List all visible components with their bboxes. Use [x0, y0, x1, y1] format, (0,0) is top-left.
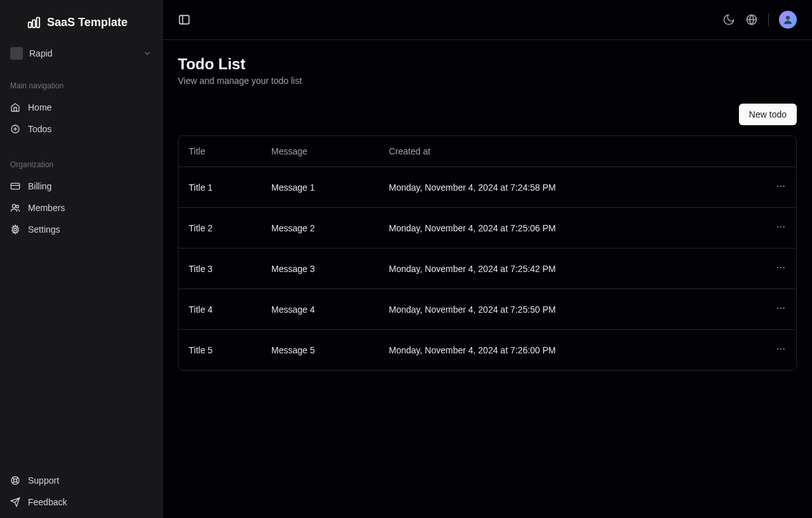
sidebar-item-label: Home: [28, 102, 51, 112]
table-row: Title 1 Message 1 Monday, November 4, 20…: [179, 167, 796, 208]
cell-actions: [758, 208, 796, 249]
sidebar-item-home[interactable]: Home: [0, 97, 162, 118]
nav-section-main: Main navigation Home Todos: [0, 66, 162, 145]
svg-point-27: [783, 226, 785, 228]
more-icon[interactable]: [776, 303, 786, 313]
column-header-actions: [758, 136, 796, 167]
more-icon[interactable]: [776, 222, 786, 232]
column-header-title: Title: [179, 136, 261, 167]
table-row: Title 2 Message 2 Monday, November 4, 20…: [179, 208, 796, 249]
cell-actions: [758, 249, 796, 289]
workspace-avatar: [10, 47, 23, 60]
svg-rect-0: [29, 22, 32, 27]
user-icon: [782, 14, 794, 25]
svg-line-13: [13, 478, 14, 479]
app-name: SaaS Template: [47, 16, 128, 29]
sidebar-item-members[interactable]: Members: [0, 197, 162, 219]
nav-section-title: Main navigation: [0, 66, 162, 97]
page-subtitle: View and manage your todo list: [178, 76, 797, 86]
svg-point-26: [780, 226, 782, 228]
svg-rect-2: [37, 18, 40, 28]
sidebar: SaaS Template Rapid Main navigation Home…: [0, 0, 163, 518]
svg-point-36: [783, 348, 785, 350]
sidebar-item-settings[interactable]: Settings: [0, 219, 162, 240]
workspace-selector[interactable]: Rapid: [0, 41, 162, 66]
toolbar: New todo: [178, 104, 797, 125]
main-content: Todo List View and manage your todo list…: [163, 0, 812, 518]
cell-title: Title 2: [179, 208, 261, 249]
todos-table: Title Message Created at Title 1 Message…: [178, 135, 797, 371]
svg-point-35: [780, 348, 782, 350]
home-icon: [10, 102, 20, 112]
table-row: Title 4 Message 4 Monday, November 4, 20…: [179, 289, 796, 330]
nav-section-org: Organization Billing Members Settings: [0, 145, 162, 245]
workspace-name: Rapid: [29, 48, 137, 58]
column-header-created: Created at: [379, 136, 758, 167]
cell-created: Monday, November 4, 2024 at 7:25:06 PM: [379, 208, 758, 249]
svg-point-28: [777, 267, 778, 268]
svg-point-21: [786, 16, 790, 20]
credit-card-icon: [10, 181, 20, 191]
cell-actions: [758, 167, 796, 208]
cell-message: Message 2: [261, 208, 379, 249]
table-row: Title 3 Message 3 Monday, November 4, 20…: [179, 249, 796, 289]
cell-message: Message 3: [261, 249, 379, 289]
svg-line-14: [17, 482, 18, 483]
cell-created: Monday, November 4, 2024 at 7:25:42 PM: [379, 249, 758, 289]
cell-title: Title 3: [179, 249, 261, 289]
sidebar-item-feedback[interactable]: Feedback: [0, 491, 162, 513]
svg-point-24: [783, 186, 785, 187]
svg-point-9: [16, 205, 18, 208]
svg-point-32: [780, 308, 782, 309]
life-buoy-icon: [10, 475, 20, 486]
plus-circle-icon: [10, 124, 20, 134]
sidebar-item-label: Todos: [28, 124, 51, 134]
svg-point-25: [777, 226, 778, 228]
user-avatar[interactable]: [779, 11, 797, 29]
cell-message: Message 1: [261, 167, 379, 208]
sidebar-item-todos[interactable]: Todos: [0, 118, 162, 140]
svg-rect-17: [180, 15, 189, 24]
svg-point-34: [777, 348, 778, 350]
cell-title: Title 5: [179, 330, 261, 371]
content-area: Todo List View and manage your todo list…: [163, 40, 812, 518]
more-icon[interactable]: [776, 262, 786, 273]
sidebar-item-label: Billing: [28, 181, 51, 191]
page-title: Todo List: [178, 55, 797, 73]
svg-point-31: [777, 308, 778, 309]
globe-icon[interactable]: [745, 13, 758, 26]
users-icon: [10, 203, 20, 213]
cell-actions: [758, 289, 796, 330]
sidebar-item-label: Members: [28, 203, 65, 213]
panel-toggle-icon[interactable]: [178, 13, 191, 26]
svg-point-23: [780, 186, 782, 187]
cell-message: Message 5: [261, 330, 379, 371]
chevron-down-icon: [143, 49, 152, 58]
app-logo[interactable]: SaaS Template: [0, 0, 162, 41]
table-row: Title 5 Message 5 Monday, November 4, 20…: [179, 330, 796, 371]
topbar: [163, 0, 812, 40]
cell-title: Title 1: [179, 167, 261, 208]
svg-rect-1: [32, 20, 36, 27]
sidebar-item-billing[interactable]: Billing: [0, 175, 162, 197]
svg-point-30: [783, 267, 785, 268]
svg-point-29: [780, 267, 782, 268]
new-todo-button[interactable]: New todo: [739, 104, 797, 125]
svg-point-10: [14, 228, 17, 231]
moon-icon[interactable]: [722, 13, 735, 26]
column-header-message: Message: [261, 136, 379, 167]
more-icon[interactable]: [776, 181, 786, 191]
cell-created: Monday, November 4, 2024 at 7:24:58 PM: [379, 167, 758, 208]
divider: [768, 13, 769, 26]
sidebar-item-support[interactable]: Support: [0, 470, 162, 491]
svg-point-22: [777, 186, 778, 187]
nav-section-title: Organization: [0, 145, 162, 175]
svg-line-15: [17, 478, 18, 479]
cell-created: Monday, November 4, 2024 at 7:26:00 PM: [379, 330, 758, 371]
sidebar-footer: Support Feedback: [0, 470, 162, 518]
more-icon[interactable]: [776, 344, 786, 354]
sidebar-item-label: Support: [28, 475, 59, 486]
sidebar-item-label: Feedback: [28, 497, 67, 507]
chart-icon: [27, 15, 41, 29]
cell-actions: [758, 330, 796, 371]
